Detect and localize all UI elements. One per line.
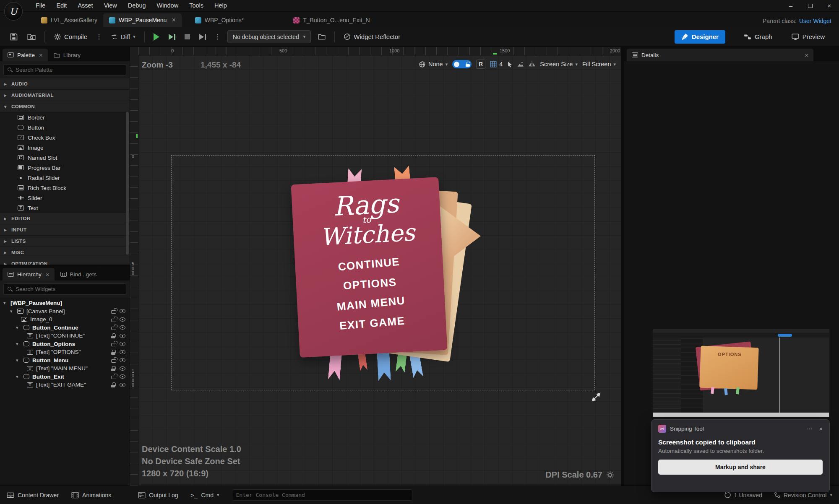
snipping-tool-notification[interactable]: ✂ Snipping Tool ⋯ × Screenshot copied to… [651,419,830,492]
lock-open-icon[interactable] [111,358,115,363]
grid-snap-button[interactable]: 4 [490,61,503,68]
tab-wbp-options[interactable]: WBP_Options* [189,13,250,27]
hierarchy-row-button-menu[interactable]: ▾ Button_Menu [0,356,130,365]
resize-handle-icon[interactable] [591,392,602,403]
exit-game-button[interactable]: EXIT GAME [339,314,405,333]
menu-tools[interactable]: Tools [184,0,209,11]
lock-widgets-toggle[interactable] [452,60,472,68]
hierarchy-row-image0[interactable]: Image_0 [0,315,130,324]
content-drawer-button[interactable]: Content Drawer [7,492,59,499]
palette-category-common[interactable]: ▾COMMON [0,101,130,112]
compile-options-kebab-icon[interactable]: ⋮ [94,33,104,41]
menu-edit[interactable]: Edit [51,0,72,11]
palette-item-slider[interactable]: Slider [0,193,130,203]
widget-reflector-button[interactable]: Widget Reflector [341,31,402,42]
lock-open-icon[interactable] [111,309,115,314]
tab-bind-widgets[interactable]: Bind...gets [55,268,102,281]
hierarchy-search-input[interactable] [16,286,122,292]
play-button[interactable] [151,31,162,42]
palette-item-checkbox[interactable]: Check Box [0,132,130,143]
flip-preview-button[interactable] [529,61,535,67]
palette-item-text[interactable]: Text [0,203,130,213]
hierarchy-row-text-menu[interactable]: [Text] "MAIN MENU" [0,364,130,373]
palette-item-button[interactable]: Button [0,122,130,132]
hierarchy-row-text-continue[interactable]: [Text] "CONTINUE" [0,332,130,340]
revision-control-button[interactable]: Revision Control ▾ [774,492,832,499]
palette-category-audiomaterial[interactable]: ▸AUDIOMATERIAL [0,90,130,101]
graph-mode-button[interactable]: Graph [740,30,776,44]
hierarchy-row-button-options[interactable]: ▾ Button_Options [0,340,130,348]
debug-object-dropdown[interactable]: No debug object selected ▾ [227,30,311,43]
main-menu-button[interactable]: MAIN MENU [336,294,406,314]
tab-details[interactable]: Details × [627,49,813,61]
unsaved-assets-button[interactable]: 1 Unsaved [724,492,762,499]
hierarchy-close-icon[interactable]: × [46,271,50,278]
palette-item-namedslot[interactable]: Named Slot [0,153,130,163]
hierarchy-row-button-exit[interactable]: ▾ Button_Exit [0,373,130,381]
palette-category-optimization[interactable]: ▸OPTIMIZATION [0,258,130,265]
palette-search-input[interactable] [16,67,122,73]
menu-window[interactable]: Window [151,0,184,11]
screenshot-preview-thumbnail[interactable]: OPTIONS [653,329,829,417]
visibility-eye-icon[interactable] [120,325,125,330]
animation-dropdown[interactable]: None ▾ [419,61,448,68]
animations-button[interactable]: Animations [71,492,111,499]
cmd-dropdown[interactable]: >_ Cmd ▾ [191,492,219,499]
preview-background-button[interactable] [517,61,524,67]
tab-lvl-assetgallery[interactable]: LVL_AssetGallery [35,13,103,27]
menu-help[interactable]: Help [209,0,232,11]
visibility-eye-icon[interactable] [120,309,125,313]
visibility-eye-icon[interactable] [120,350,125,354]
lock-closed-icon[interactable] [111,333,115,338]
lock-open-icon[interactable] [111,374,115,379]
visibility-eye-icon[interactable] [120,317,125,322]
designer-viewport[interactable]: Rags to Witches CONTINUE OPTIONS MAIN ME… [130,47,621,486]
close-window-button[interactable]: × [820,0,839,11]
pause-menu-artwork[interactable]: Rags to Witches CONTINUE OPTIONS MAIN ME… [273,164,533,416]
hierarchy-row-text-exit[interactable]: [Text] "EXIT GAME" [0,381,130,389]
palette-scrollbar[interactable] [126,112,129,255]
designer-mode-button[interactable]: Designer [675,30,725,44]
lock-open-icon[interactable] [111,317,115,322]
options-button[interactable]: OPTIONS [343,276,397,293]
lock-open-icon[interactable] [111,325,115,330]
visibility-eye-icon[interactable] [120,374,125,379]
palette-close-icon[interactable]: × [39,52,43,59]
menu-asset[interactable]: Asset [72,0,98,11]
frame-skip-button[interactable] [167,32,177,42]
palette-item-radialslider[interactable]: Radial Slider [0,173,130,183]
dock-divider[interactable] [621,47,624,486]
visibility-eye-icon[interactable] [120,334,125,338]
notification-more-icon[interactable]: ⋯ [806,425,812,433]
hierarchy-row-root[interactable]: ▾[WBP_PauseMenu] [0,299,130,307]
details-close-icon[interactable]: × [805,52,808,59]
continue-button[interactable]: CONTINUE [338,255,401,274]
palette-category-audio[interactable]: ▸AUDIO [0,78,130,90]
palette-item-border[interactable]: Border [0,112,130,122]
play-options-kebab-icon[interactable]: ⋮ [213,33,222,41]
palette-item-progressbar[interactable]: Progress Bar [0,163,130,173]
debug-browse-button[interactable] [316,31,328,42]
stop-button[interactable] [182,32,192,41]
lock-closed-icon[interactable] [111,382,115,387]
lock-closed-icon[interactable] [111,366,115,371]
palette-item-image[interactable]: Image [0,143,130,153]
hierarchy-row-button-continue[interactable]: ▾ Button_Continue [0,324,130,332]
console-command-input[interactable] [236,492,408,498]
save-button[interactable] [8,31,20,43]
tab-hierarchy[interactable]: Hierarchy × [3,268,55,281]
visibility-eye-icon[interactable] [120,358,125,362]
palette-item-richtext[interactable]: Rich Text Block [0,183,130,193]
palette-category-input[interactable]: ▸INPUT [0,224,130,236]
respect-locks-button[interactable]: R [476,60,485,69]
visibility-eye-icon[interactable] [120,342,125,346]
palette-category-editor[interactable]: ▸EDITOR [0,213,130,224]
browse-to-asset-button[interactable] [25,31,38,43]
tab-wbp-pausemenu[interactable]: WBP_PauseMenu × [103,13,182,27]
palette-category-misc[interactable]: ▸MISC [0,247,130,258]
tab-palette[interactable]: Palette × [3,49,48,61]
hierarchy-row-text-options[interactable]: [Text] "OPTIONS" [0,348,130,356]
cursor-tool-button[interactable] [507,61,513,68]
compile-button[interactable]: Compile [52,31,89,42]
visibility-eye-icon[interactable] [120,383,125,387]
